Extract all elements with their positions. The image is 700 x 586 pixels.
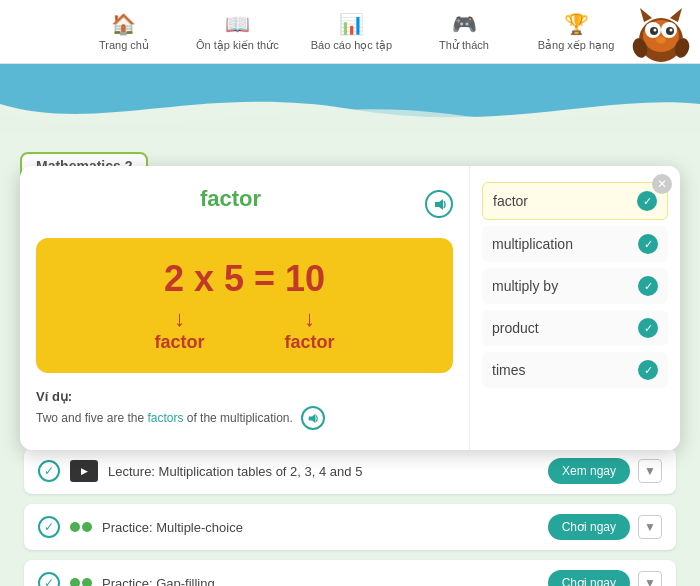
check-icon-times: ✓ <box>638 360 658 380</box>
lesson-item-practice1: ✓ Practice: Multiple-choice Chơi ngay ▼ <box>24 504 676 550</box>
vocabulary-modal: ✕ factor 2 x 5 = 10 ↓ <box>20 166 680 450</box>
lesson-item-lecture: ✓ ▶ Lecture: Multiplication tables of 2,… <box>24 448 676 494</box>
home-icon: 🏠 <box>111 12 136 36</box>
circle-3 <box>70 578 80 586</box>
example-text-before: Two and five are the factors of the mult… <box>36 411 293 425</box>
close-button[interactable]: ✕ <box>652 174 672 194</box>
practice-icon-1 <box>70 522 92 532</box>
nav-item-home[interactable]: 🏠 Trang chủ <box>84 12 164 52</box>
nav-label-challenge: Thử thách <box>439 39 489 52</box>
lesson-list: ✓ ▶ Lecture: Multiplication tables of 2,… <box>20 448 680 586</box>
arrow-down-left: ↓ <box>174 306 185 332</box>
lesson-check-practice2: ✓ <box>38 572 60 586</box>
vocab-item-factor[interactable]: factor ✓ <box>482 182 668 220</box>
nav-item-ranking[interactable]: 🏆 Bảng xếp hạng <box>536 12 616 52</box>
lesson-title-practice1: Practice: Multiple-choice <box>102 520 548 535</box>
nav-label-report: Báo cáo học tập <box>311 39 392 52</box>
factor-label-left: factor <box>154 332 204 353</box>
svg-point-10 <box>656 37 666 44</box>
lesson-item-practice2: ✓ Practice: Gap-filling Chơi ngay ▼ <box>24 560 676 586</box>
svg-marker-14 <box>309 413 316 422</box>
practice2-expand-button[interactable]: ▼ <box>638 571 662 586</box>
circle-2 <box>82 522 92 532</box>
gamepad-icon: 🎮 <box>452 12 477 36</box>
trophy-icon: 🏆 <box>564 12 589 36</box>
nav-item-challenge[interactable]: 🎮 Thử thách <box>424 12 504 52</box>
vocab-item-product[interactable]: product ✓ <box>482 310 668 346</box>
check-icon-product: ✓ <box>638 318 658 338</box>
vocab-label-times: times <box>492 362 525 378</box>
math-equation: 2 x 5 = 10 <box>52 258 437 300</box>
video-icon: ▶ <box>70 460 98 482</box>
lesson-check-lecture: ✓ <box>38 460 60 482</box>
nav-label-ranking: Bảng xếp hạng <box>538 39 615 52</box>
book-icon: 📖 <box>225 12 250 36</box>
owl-mascot <box>632 2 692 62</box>
lecture-expand-button[interactable]: ▼ <box>638 459 662 483</box>
vocab-item-multiply-by[interactable]: multiply by ✓ <box>482 268 668 304</box>
wave-decoration <box>0 64 700 134</box>
lesson-check-practice1: ✓ <box>38 516 60 538</box>
practice2-action-button[interactable]: Chơi ngay <box>548 570 630 586</box>
speaker-small-icon <box>307 413 318 424</box>
example-title: Ví dụ: <box>36 389 453 404</box>
circle-4 <box>82 578 92 586</box>
svg-marker-2 <box>670 8 682 22</box>
lecture-action-button[interactable]: Xem ngay <box>548 458 630 484</box>
practice1-expand-button[interactable]: ▼ <box>638 515 662 539</box>
svg-point-9 <box>670 29 673 32</box>
modal-right-panel: factor ✓ multiplication ✓ multiply by ✓ … <box>470 166 680 450</box>
vocab-item-multiplication[interactable]: multiplication ✓ <box>482 226 668 262</box>
chart-icon: 📊 <box>339 12 364 36</box>
example-section: Ví dụ: Two and five are the factors of t… <box>36 389 453 430</box>
sound-button-example[interactable] <box>301 406 325 430</box>
lesson-title-lecture: Lecture: Multiplication tables of 2, 3, … <box>108 464 548 479</box>
svg-marker-13 <box>435 199 443 210</box>
math-illustration: 2 x 5 = 10 ↓ factor ↓ factor <box>36 238 453 373</box>
svg-point-8 <box>654 29 657 32</box>
math-arrows: ↓ factor ↓ factor <box>52 306 437 353</box>
practice1-action-button[interactable]: Chơi ngay <box>548 514 630 540</box>
vocab-label-multiplication: multiplication <box>492 236 573 252</box>
modal-left-panel: factor 2 x 5 = 10 ↓ factor <box>20 166 470 450</box>
lesson-title-practice2: Practice: Gap-filling <box>102 576 548 587</box>
vocab-item-times[interactable]: times ✓ <box>482 352 668 388</box>
check-icon-multiplication: ✓ <box>638 234 658 254</box>
main-content: Mathematics 2 ✕ factor 2 x 5 = 10 <box>0 134 700 586</box>
practice-icon-2 <box>70 578 92 586</box>
equation-text: 2 x 5 = 10 <box>164 258 325 299</box>
example-text: Two and five are the factors of the mult… <box>36 406 453 430</box>
vocab-label-multiply-by: multiply by <box>492 278 558 294</box>
vocab-label-product: product <box>492 320 539 336</box>
nav-label-review: Ôn tập kiến thức <box>196 39 279 52</box>
arrow-down-right: ↓ <box>304 306 315 332</box>
factor-label-right: factor <box>285 332 335 353</box>
top-navigation: 🏠 Trang chủ 📖 Ôn tập kiến thức 📊 Báo cáo… <box>0 0 700 64</box>
svg-marker-1 <box>640 8 652 22</box>
circle-1 <box>70 522 80 532</box>
nav-item-review[interactable]: 📖 Ôn tập kiến thức <box>196 12 279 52</box>
check-icon-factor: ✓ <box>637 191 657 211</box>
sound-button-word[interactable] <box>425 190 453 218</box>
vocab-label-factor: factor <box>493 193 528 209</box>
vocab-word: factor <box>36 186 425 212</box>
check-icon-multiply-by: ✓ <box>638 276 658 296</box>
nav-label-home: Trang chủ <box>99 39 149 52</box>
nav-item-report[interactable]: 📊 Báo cáo học tập <box>311 12 392 52</box>
speaker-icon <box>433 198 446 211</box>
example-highlight: factors <box>147 411 183 425</box>
